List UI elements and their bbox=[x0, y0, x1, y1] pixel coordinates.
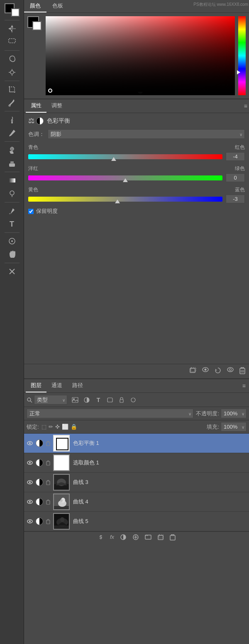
yellow-blue-input[interactable] bbox=[226, 195, 245, 203]
filter-select-wrap[interactable]: 类型 名称 效果 bbox=[34, 395, 67, 405]
toolbar-divider-6 bbox=[5, 172, 20, 172]
layer-link-curves4[interactable] bbox=[45, 499, 51, 505]
cyan-red-track[interactable] bbox=[28, 154, 222, 159]
magenta-green-track[interactable] bbox=[28, 175, 222, 180]
filter-image-icon[interactable] bbox=[71, 395, 80, 405]
crop-tool[interactable] bbox=[3, 83, 21, 96]
layer-item-cb1[interactable]: 色彩平衡 1 bbox=[24, 434, 249, 453]
link-layers-icon[interactable] bbox=[98, 534, 104, 542]
tone-select[interactable]: 阴影 中间调 高光 bbox=[48, 129, 245, 139]
type-tool[interactable]: T bbox=[3, 218, 21, 230]
move-tool[interactable] bbox=[3, 22, 21, 35]
magic-wand-tool[interactable] bbox=[3, 66, 21, 79]
eye-icon-2[interactable] bbox=[227, 367, 234, 376]
layer-vis-curves4[interactable] bbox=[26, 499, 34, 504]
lock-artboard-icon[interactable]: ⬜ bbox=[62, 424, 68, 430]
layer-item-curves4[interactable]: 曲线 4 bbox=[24, 492, 249, 512]
layer-item-sc1[interactable]: 选取颜色 1 bbox=[24, 453, 249, 473]
delete-icon[interactable] bbox=[239, 367, 246, 376]
blend-mode-select[interactable]: 正常 溶解 正片叠底 bbox=[27, 409, 193, 418]
filter-adj-icon[interactable] bbox=[82, 395, 91, 405]
select-tool[interactable] bbox=[3, 36, 21, 48]
layer-link-sc1[interactable] bbox=[45, 460, 51, 466]
filter-shape-icon[interactable] bbox=[105, 395, 115, 405]
hue-slider[interactable] bbox=[238, 16, 246, 95]
fill-label: 填充: bbox=[207, 423, 219, 431]
svg-rect-82 bbox=[170, 535, 175, 540]
opacity-select-wrap[interactable]: 100% 75% 50% bbox=[221, 409, 247, 418]
pen-tool[interactable] bbox=[3, 205, 21, 217]
tab-swatches[interactable]: 色板 bbox=[46, 0, 69, 12]
tone-select-wrap[interactable]: 阴影 中间调 高光 bbox=[48, 129, 245, 139]
lock-all-icon[interactable]: 🔒 bbox=[71, 424, 77, 430]
dodge-tool[interactable] bbox=[3, 188, 21, 200]
hand-tool[interactable] bbox=[3, 248, 21, 261]
layer-vis-sc1[interactable] bbox=[26, 460, 34, 465]
toolbar-divider-3 bbox=[5, 81, 20, 81]
tab-color[interactable]: 颜色 bbox=[24, 0, 46, 12]
preserve-luminosity-checkbox[interactable] bbox=[28, 209, 34, 214]
delete-layer-icon[interactable] bbox=[170, 534, 176, 542]
tab-layers[interactable]: 图层 bbox=[26, 379, 46, 392]
clone-tool[interactable] bbox=[3, 144, 21, 156]
lock-transparent-icon[interactable]: ⬚ bbox=[42, 424, 46, 430]
cyan-red-input[interactable] bbox=[226, 152, 245, 161]
filter-circle-icon[interactable] bbox=[129, 395, 138, 405]
blend-mode-select-wrap[interactable]: 正常 溶解 正片叠底 bbox=[27, 409, 193, 418]
filter-lock-icon[interactable] bbox=[117, 395, 126, 405]
add-layer-icon[interactable] bbox=[157, 534, 164, 542]
layers-menu-icon[interactable]: ≡ bbox=[242, 382, 247, 389]
cross-tool[interactable] bbox=[3, 265, 21, 278]
layer-item-curves5[interactable]: 曲线 5 bbox=[24, 512, 249, 531]
properties-menu-icon[interactable]: ≡ bbox=[244, 103, 247, 109]
layer-link-curves5[interactable] bbox=[45, 518, 51, 524]
add-group-icon[interactable] bbox=[145, 534, 151, 542]
clip-mask-icon[interactable] bbox=[189, 367, 197, 376]
filter-text-icon[interactable]: T bbox=[94, 395, 103, 405]
color-boxes[interactable] bbox=[5, 3, 20, 17]
eyedropper-tool[interactable] bbox=[3, 96, 21, 109]
yellow-blue-thumb[interactable] bbox=[115, 200, 120, 203]
cyan-red-thumb[interactable] bbox=[111, 157, 116, 161]
tab-properties[interactable]: 属性 bbox=[26, 99, 46, 113]
magenta-green-thumb[interactable] bbox=[123, 178, 128, 182]
layer-link-cb1[interactable] bbox=[45, 440, 51, 446]
layer-link-curves3[interactable] bbox=[45, 479, 51, 485]
eye-visibility-icon[interactable] bbox=[202, 367, 209, 376]
heal-tool[interactable] bbox=[3, 114, 21, 126]
layer-vis-curves5[interactable] bbox=[26, 519, 34, 524]
gradient-tool[interactable] bbox=[3, 174, 21, 187]
svg-point-60 bbox=[29, 501, 31, 503]
lock-move-icon[interactable]: ✜ bbox=[55, 424, 60, 430]
color-gradient-picker[interactable] bbox=[46, 16, 235, 95]
add-adjustment-icon[interactable] bbox=[132, 534, 139, 542]
filter-type-select[interactable]: 类型 名称 效果 bbox=[34, 395, 67, 405]
opacity-select[interactable]: 100% 75% 50% bbox=[221, 409, 247, 418]
lock-paint-icon[interactable]: ✏ bbox=[49, 424, 53, 430]
layer-vis-curves3[interactable] bbox=[26, 480, 34, 485]
yellow-blue-track[interactable] bbox=[28, 197, 222, 202]
fx-icon[interactable]: fx bbox=[110, 534, 114, 542]
hue-cursor bbox=[237, 70, 240, 74]
tab-adjustments[interactable]: 调整 bbox=[46, 99, 67, 113]
brush-tool[interactable] bbox=[3, 127, 21, 139]
lasso-tool[interactable] bbox=[3, 53, 21, 65]
fill-select[interactable]: 100% 75% bbox=[221, 422, 247, 432]
fill-select-wrap[interactable]: 100% 75% bbox=[221, 422, 247, 432]
layers-panel: 图层 通道 路径 ≡ 类型 名称 效果 bbox=[24, 378, 249, 644]
gradient-cursor[interactable] bbox=[48, 89, 52, 93]
background-color[interactable] bbox=[11, 8, 20, 17]
layer-vis-cb1[interactable] bbox=[26, 441, 34, 446]
layers-tabs: 图层 通道 路径 ≡ bbox=[24, 379, 249, 393]
shape-tool[interactable] bbox=[3, 235, 21, 247]
tab-channels[interactable]: 通道 bbox=[46, 379, 67, 392]
left-toolbar: T bbox=[0, 0, 24, 644]
magenta-green-input[interactable] bbox=[226, 173, 245, 182]
main-panel: PS教程论坛 www.16XX8.com 颜色 色板 bbox=[24, 0, 249, 644]
add-mask-icon[interactable] bbox=[120, 534, 127, 542]
tab-paths[interactable]: 路径 bbox=[67, 379, 88, 392]
erase-tool[interactable] bbox=[3, 157, 21, 170]
layer-item-curves3[interactable]: 曲线 3 bbox=[24, 473, 249, 492]
background-swatch[interactable] bbox=[32, 21, 42, 30]
refresh-icon[interactable] bbox=[214, 367, 222, 376]
